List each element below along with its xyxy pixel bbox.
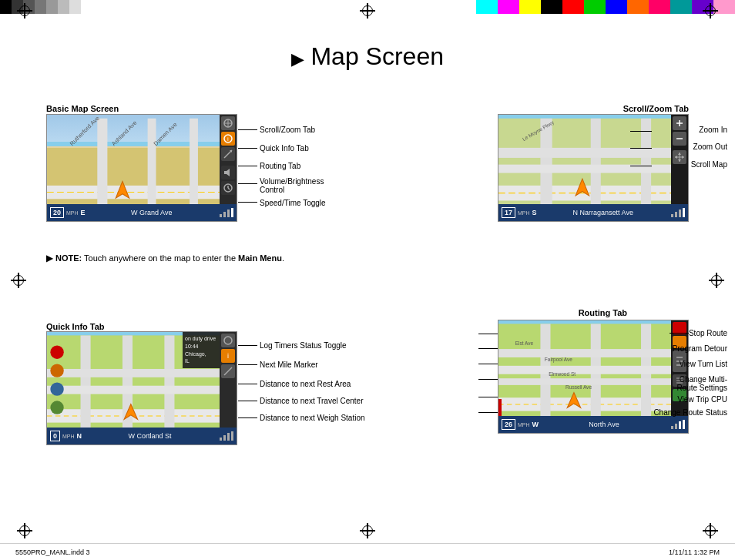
- quickinfo-bottom-bar: 0 MPH N W Cortland St: [47, 428, 237, 444]
- callout-line-speed: [238, 202, 257, 203]
- rline-stop-route: [478, 334, 498, 334]
- routing-section-label: Routing Tab: [579, 308, 627, 317]
- footer-left: 5550PRO_MANL.indd 3: [15, 548, 90, 556]
- callout-line-mile-marker: [238, 364, 257, 365]
- svg-rect-4: [148, 119, 156, 217]
- callout-line-travel: [238, 401, 257, 401]
- svg-rect-71: [540, 324, 550, 429]
- callout-line-zoomin: [630, 131, 652, 132]
- page-footer: 5550PRO_MANL.indd 3 1/11/11 1:32 PM: [0, 543, 735, 560]
- callout-rest-area: Distance to next Rest Area: [260, 380, 351, 388]
- svg-rect-31: [498, 148, 688, 158]
- svg-rect-64: [220, 438, 222, 441]
- svg-marker-42: [675, 156, 677, 159]
- callout-next-mile: Next Mile Marker: [260, 360, 318, 369]
- qi-scroll-btn[interactable]: [221, 334, 235, 347]
- svg-rect-66: [227, 433, 230, 441]
- svg-point-59: [50, 382, 63, 395]
- svg-point-60: [50, 401, 63, 414]
- svg-text:Damen Ave: Damen Ave: [153, 121, 179, 147]
- routing-btn[interactable]: [221, 147, 235, 161]
- callout-line-log-timers: [238, 345, 257, 346]
- time-btn[interactable]: [221, 181, 235, 195]
- svg-rect-91: [683, 420, 685, 429]
- scroll-speed-unit: MPH: [518, 210, 530, 216]
- callout-line-routing: [238, 166, 257, 166]
- svg-rect-32: [498, 165, 688, 173]
- map-speed: 20: [50, 207, 64, 218]
- svg-text:Elst Ave: Elst Ave: [515, 340, 534, 346]
- zoom-out-icon-btn[interactable]: [673, 132, 686, 146]
- grayscale-bar: [0, 0, 92, 14]
- note-text: Touch anywhere on the map to enter the: [82, 253, 238, 263]
- routing-speed-unit: MPH: [518, 422, 530, 428]
- callout-stop-route: Stop Route: [689, 329, 727, 337]
- svg-rect-45: [675, 212, 677, 217]
- map-bottom-bar: 20 MPH E W Grand Ave: [47, 204, 237, 221]
- svg-rect-10: [220, 214, 222, 217]
- reg-mark-bl: [17, 523, 32, 538]
- svg-rect-47: [683, 208, 685, 217]
- quick-info-btn[interactable]: i: [221, 132, 235, 146]
- callout-line-rest: [238, 384, 257, 384]
- svg-rect-11: [223, 212, 226, 217]
- reg-mark-tc: [360, 3, 375, 18]
- svg-text:Elmwood St: Elmwood St: [549, 371, 576, 377]
- scroll-map-icon-btn[interactable]: [673, 150, 686, 164]
- qi-info-btn[interactable]: i: [221, 349, 235, 363]
- note-arrow: ▶: [46, 253, 53, 263]
- routing-speed: 26: [502, 419, 515, 430]
- note-main-menu: Main Menu: [238, 253, 282, 263]
- zoom-in-icon-btn[interactable]: [673, 116, 686, 130]
- routing-direction: W: [532, 421, 539, 428]
- color-swatches: [476, 0, 735, 14]
- svg-rect-73: [641, 324, 651, 429]
- reg-mark-rc: [709, 273, 724, 288]
- routing-bottom-bar: 26 MPH W North Ave: [498, 416, 688, 433]
- qi-speed-unit: MPH: [62, 434, 75, 439]
- note-suffix: .: [282, 253, 284, 263]
- basic-map-screen: Rutherford Ave Ashland Ave Damen Ave 20 …: [46, 114, 237, 222]
- quick-info-section-label: Quick Info Tab: [46, 322, 105, 331]
- volume-btn[interactable]: [221, 166, 235, 179]
- callout-program-detour: Program Detour: [673, 344, 727, 353]
- rline-multi: [478, 379, 498, 380]
- routing-signal-icon: [670, 420, 685, 429]
- svg-rect-46: [679, 210, 681, 217]
- callout-zoom-out: Zoom Out: [693, 143, 727, 151]
- svg-rect-3: [97, 119, 107, 217]
- routing-status-indicator: [498, 399, 502, 416]
- footer-right: 1/11/11 1:32 PM: [669, 548, 720, 556]
- svg-rect-89: [675, 424, 677, 429]
- svg-rect-67: [231, 431, 233, 441]
- reg-mark-tr: [703, 3, 718, 18]
- reg-mark-bc: [360, 523, 375, 538]
- qi-route-btn[interactable]: [221, 364, 235, 378]
- scroll-zoom-map: Le Moyne Pkwy 17 MPH S N Narragansett Av…: [498, 114, 689, 222]
- callout-line-scrollmap: [630, 166, 652, 166]
- svg-text:i: i: [227, 136, 229, 143]
- callout-weigh-station: Distance to next Weigh Station: [260, 414, 365, 422]
- svg-text:i: i: [227, 352, 229, 360]
- callout-line-weigh: [238, 417, 257, 418]
- scroll-speed: 17: [502, 207, 515, 218]
- rline-program-detour: [478, 348, 498, 349]
- svg-rect-55: [47, 386, 237, 394]
- svg-rect-54: [47, 369, 237, 377]
- basic-map-label: Basic Map Screen: [46, 104, 119, 113]
- qi-speed: 0: [50, 431, 60, 441]
- callout-line-zoomout: [630, 148, 652, 149]
- page-title: Map Screen: [310, 42, 444, 70]
- svg-text:Russell Ave: Russell Ave: [566, 384, 592, 390]
- map-right-sidebar: i: [220, 115, 237, 204]
- callout-change-multi: Change Multi-Route Settings: [676, 375, 727, 392]
- scroll-map-bottom-bar: 17 MPH S N Narragansett Ave: [498, 204, 688, 221]
- callout-routing-tab: Routing Tab: [260, 162, 300, 170]
- callout-line-quickinfo: [238, 148, 257, 149]
- zoom-controls: [671, 115, 688, 204]
- rline-view-turn: [478, 364, 498, 364]
- svg-text:Ashland Ave: Ashland Ave: [110, 119, 138, 147]
- reg-mark-br: [703, 523, 718, 538]
- scroll-zoom-btn[interactable]: [221, 116, 235, 130]
- scroll-signal-icon: [670, 208, 685, 217]
